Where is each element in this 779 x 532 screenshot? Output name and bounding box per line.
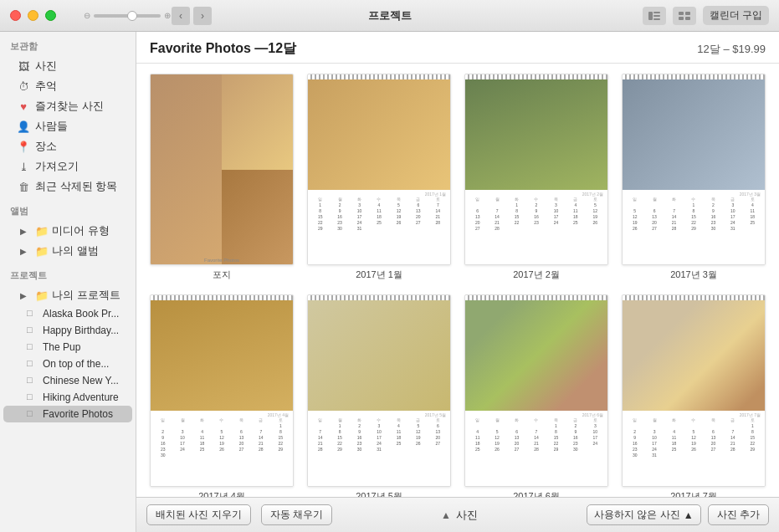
album-folder-icon: 📁 [35,244,49,258]
people-label: 사람들 [35,119,68,134]
photos-label: 사진 [35,59,57,74]
recently-deleted-label: 최근 삭제된 항목 [35,179,117,194]
calendar-page-jan[interactable]: 2017년 1월 일월화수목금토 1234567 891011121314 15… [307,74,451,281]
jun-label: 2017년 6월 [513,490,560,497]
jul-thumb[interactable]: 2017년 7월 일월화수목금토 1 2345678 9101112131415… [622,294,766,486]
calendar-page-mar[interactable]: 2017년 3월 일월화수목금토 1234 567891011 12131415… [622,74,766,281]
sidebar-item-memories[interactable]: ⏱ 추억 [3,76,132,96]
sidebar-item-recently-deleted[interactable]: 🗑 최근 삭제된 항목 [3,176,132,197]
calendar-grid: Favorite Photos 포지 2017년 1월 일월화수목금토 1234… [136,64,779,497]
the-pup-icon: □ [27,341,38,353]
sidebar-toggle-button[interactable] [643,7,666,25]
photos-section-label: 사진 [456,508,478,523]
cover-label: 포지 [213,269,231,281]
view-toggle-button[interactable] [673,7,696,25]
jan-label: 2017년 1월 [356,269,402,281]
titlebar: ⊖ ⊕ ‹ › 프로젝트 캘린더 구입 [0,0,779,32]
calendar-page-jul[interactable]: 2017년 7월 일월화수목금토 1 2345678 9101112131415… [622,294,766,497]
feb-thumb[interactable]: 2017년 2월 일월화수목금토 1234 567891011 12131415… [464,74,608,265]
content-header: Favorite Photos —12달 12달 – $19.99 [136,32,779,64]
calendar-page-cover[interactable]: Favorite Photos 포지 [150,74,294,281]
browse-section-label: 보관함 [0,32,136,56]
chevron-up-icon: ▲ [441,509,451,521]
feb-grid: 2017년 2월 일월화수목금토 1234 567891011 12131415… [465,190,607,265]
unused-photos-select[interactable]: 사용하지 않은 사진 ▲ [587,504,701,525]
remove-placed-button[interactable]: 배치된 사진 지우기 [146,504,251,525]
sidebar-item-the-pup[interactable]: □ The Pup [3,339,132,356]
apr-grid: 2017년 4월 일월화수목금토 1 2345678 9101112131415… [151,411,293,486]
jul-photo [623,300,765,411]
mar-photo [623,79,765,190]
may-photo [308,300,450,411]
sidebar-item-favorite-photos[interactable]: □ Favorite Photos [3,406,132,422]
jul-grid: 2017년 7월 일월화수목금토 1 2345678 9101112131415… [623,411,765,486]
sidebar: 보관함 🖼 사진 ⏱ 추억 ♥ 즐겨찾는 사진 👤 사람들 📍 장소 ⤓ 가져오… [0,32,136,532]
minimize-button[interactable] [28,10,38,21]
sidebar-item-my-albums[interactable]: ▶ 📁 나의 앨범 [3,241,132,261]
alaska-label: Alaska Book Pr... [43,308,119,320]
sidebar-item-happy-birthday[interactable]: □ Happy Birthday... [3,322,132,339]
auto-fill-button[interactable]: 자동 채우기 [261,504,332,525]
jan-grid: 2017년 1월 일월화수목금토 1234567 891011121314 15… [308,190,450,265]
window-title: 프로젝트 [368,8,412,23]
sidebar-item-people[interactable]: 👤 사람들 [3,116,132,136]
memories-label: 추억 [35,79,57,94]
zoom-slider[interactable]: ⊖ ⊕ [84,11,171,20]
sidebar-item-media-types[interactable]: ▶ 📁 미디어 유형 [3,221,132,241]
my-albums-icon: ▶ [17,244,30,258]
close-button[interactable] [10,10,21,21]
cover-text: Favorite Photos [151,258,293,263]
favorite-photos-icon: □ [27,408,38,420]
content-title: Favorite Photos —12달 [150,40,296,58]
sidebar-item-alaska[interactable]: □ Alaska Book Pr... [3,305,132,322]
apr-thumb[interactable]: 2017년 4월 일월화수목금토 1 2345678 9101112131415… [150,294,294,486]
jan-days: 일월화수목금토 1234567 891011121314 15161718192… [310,197,448,232]
sidebar-item-on-top[interactable]: □ On top of the... [3,356,132,372]
sidebar-item-imports[interactable]: ⤓ 가져오기 [3,156,132,176]
favorites-label: 즐겨찾는 사진 [35,99,104,114]
jan-thumb[interactable]: 2017년 1월 일월화수목금토 1234567 891011121314 15… [307,74,451,265]
cover-inner [151,74,293,264]
apr-label: 2017년 4월 [198,490,245,497]
back-button[interactable]: ‹ [172,7,190,25]
jan-photo [308,79,450,190]
may-label: 2017년 5월 [356,490,402,497]
sidebar-item-hiking[interactable]: □ Hiking Adventure [3,389,132,406]
add-photos-button[interactable]: 사진 추가 [708,504,769,525]
sidebar-item-my-projects[interactable]: ▶ 📁 나의 프로젝트 [3,285,132,305]
forward-button[interactable]: › [193,7,212,25]
jun-days: 일월화수목금토 123 45678910 11121314151617 1819… [468,417,605,453]
svg-rect-1 [653,12,660,13]
maximize-button[interactable] [45,10,56,21]
alaska-icon: □ [27,308,38,320]
calendar-page-may[interactable]: 2017년 5월 일월화수목금토 123456 78910111213 1415… [307,294,451,497]
slider-track[interactable] [94,14,161,18]
may-thumb[interactable]: 2017년 5월 일월화수목금토 123456 78910111213 1415… [307,294,451,486]
calendar-page-feb[interactable]: 2017년 2월 일월화수목금토 1234 567891011 12131415… [464,74,608,281]
sidebar-item-photos[interactable]: 🖼 사진 [3,56,132,76]
feb-photo [465,79,607,190]
sidebar-item-places[interactable]: 📍 장소 [3,136,132,156]
cover-thumb[interactable]: Favorite Photos [150,74,294,265]
feb-label: 2017년 2월 [513,269,560,281]
titlebar-right: 캘린더 구입 [643,6,769,25]
calendar-page-jun[interactable]: 2017년 6월 일월화수목금토 123 45678910 1112131415… [464,294,608,497]
media-types-icon: ▶ [17,224,30,238]
jun-thumb[interactable]: 2017년 6월 일월화수목금토 123 45678910 1112131415… [464,294,608,486]
happy-birthday-icon: □ [27,325,38,336]
cover-cell-3 [222,170,293,265]
sidebar-item-chinese-new[interactable]: □ Chinese New Y... [3,372,132,389]
on-top-label: On top of the... [43,358,109,370]
nav-arrows: ‹ › [172,7,212,25]
happy-birthday-label: Happy Birthday... [43,325,119,336]
mar-thumb[interactable]: 2017년 3월 일월화수목금토 1234 567891011 12131415… [622,74,766,265]
sidebar-item-favorites[interactable]: ♥ 즐겨찾는 사진 [3,96,132,116]
calendar-page-apr[interactable]: 2017년 4월 일월화수목금토 1 2345678 9101112131415… [150,294,294,497]
slider-thumb[interactable] [127,11,137,21]
folder-icon: 📁 [35,224,49,238]
apr-days: 일월화수목금토 1 2345678 9101112131415 16171819… [153,417,290,458]
cover-cell-1 [151,74,222,264]
favorite-photos-label: Favorite Photos [43,408,113,420]
chinese-new-icon: □ [27,375,38,386]
buy-calendar-button[interactable]: 캘린더 구입 [703,6,769,25]
